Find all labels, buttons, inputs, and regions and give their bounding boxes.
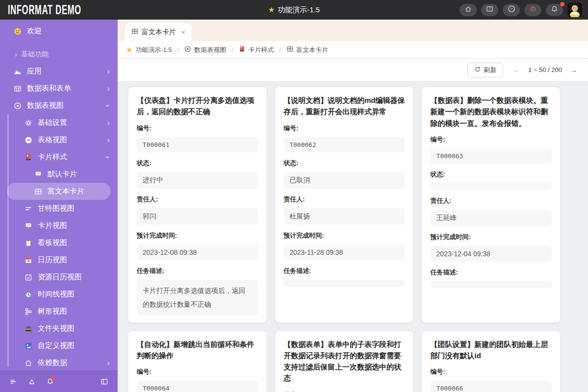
menu-lines-icon[interactable] (9, 378, 17, 386)
field-label-desc: 任务描述: (430, 268, 552, 277)
help-button[interactable]: ? (503, 4, 520, 16)
card-title: 【仪表盘】卡片打开分离多选值选项后，返回的数据不正确 (137, 95, 258, 118)
sidebar-item-richtext-card[interactable]: 富文本卡片 (7, 183, 111, 200)
task-card[interactable]: 【仪表盘】卡片打开分离多选值选项后，返回的数据不正确 编号: T000061 状… (128, 87, 267, 323)
cards-scroll-area[interactable]: 【仪表盘】卡片打开分离多选值选项后，返回的数据不正确 编号: T000061 状… (118, 81, 588, 392)
sidebar-item-label: 卡片样式 (38, 152, 67, 162)
grid-icon (34, 188, 42, 196)
field-label-id: 编号: (137, 368, 258, 376)
field-label-id: 编号: (137, 124, 258, 133)
workspace-title: ★ 功能演示-1.5 (268, 5, 319, 15)
field-label-due: 预计完成时间: (284, 231, 405, 240)
card-owner-value: 杜展扬 (284, 208, 405, 225)
sign-icon (24, 222, 32, 230)
sidebar-item-grid-view[interactable]: 表格视图 › (0, 131, 118, 148)
sidebar-item-label: 欢迎 (27, 26, 42, 36)
home-button[interactable] (460, 4, 477, 16)
sidebar-item-custom-view[interactable]: 自定义视图 (0, 337, 118, 354)
sidebar-item-basic-settings[interactable]: 基础设置 › (0, 114, 118, 131)
chevron-right-icon: › (15, 50, 17, 58)
footer-bell-icon[interactable] (47, 378, 54, 385)
sidebar-item-welcome[interactable]: 欢迎 (0, 23, 118, 40)
close-icon[interactable]: × (181, 28, 185, 36)
sidebar-group-basics[interactable]: › 基础功能 (0, 46, 118, 63)
calendar-check-icon (24, 273, 32, 281)
card-id-value: T000064 (137, 381, 258, 392)
sidebar-item-label: 应用 (27, 67, 42, 76)
breadcrumb-item-card-styles[interactable]: 卡片样式 (239, 46, 274, 54)
field-label-status: 状态: (137, 159, 258, 168)
triangle-icon[interactable] (28, 378, 36, 386)
star-icon: ★ (126, 46, 132, 54)
breadcrumb-item-richtext-card[interactable]: 富文本卡片 (287, 46, 328, 54)
tab-richtext-card[interactable]: 富文本卡片 × (125, 23, 192, 41)
sidebar-item-apps[interactable]: 应用 › (0, 63, 118, 80)
grid-icon (287, 46, 294, 54)
sidebar-item-calendar-view[interactable]: 17 日历视图 (0, 251, 118, 269)
svg-text:?: ? (510, 7, 513, 11)
sidebar-item-timeline-view[interactable]: 时间线视图 (0, 286, 118, 303)
refresh-button[interactable]: 刷新 (467, 63, 503, 77)
field-label-due: 预计完成时间: (430, 233, 552, 242)
next-page-arrow-icon[interactable]: → (570, 66, 577, 74)
field-label-status: 状态: (430, 170, 552, 179)
task-card[interactable]: 【数据表】删除一个数据表模块。重新建一个新的数据表模块标识符和删除的模块一直。发… (421, 87, 561, 323)
sidebar-item-table-views[interactable]: 数据表视图 › (0, 97, 118, 114)
svg-text:17: 17 (26, 260, 29, 263)
sidebar-item-label: 数据表和表单 (27, 84, 71, 93)
sidebar-footer (0, 370, 118, 392)
feedback-button[interactable]: ? (481, 4, 498, 16)
sidebar-item-dependent-data[interactable]: 依赖数据 › (0, 354, 118, 370)
sidebar-item-label: 富文本卡片 (48, 187, 84, 196)
card-due-value: 2023-11-28 09:38 (284, 245, 405, 260)
red-card-icon (24, 153, 32, 161)
card-desc-value: 卡片打开分离多选值选项后，返回的数据统计数量不正确 (137, 280, 258, 315)
field-label-status: 状态: (284, 159, 405, 168)
main-area: 富文本卡片 × ★ 功能演示-1.5 / 数据表视图 / 卡片样式 / 富文本卡… (118, 20, 588, 392)
sidebar-item-label: 树形视图 (38, 307, 67, 316)
assistant-button[interactable] (524, 4, 541, 16)
field-label-owner: 责任人: (137, 195, 258, 204)
card-title: 【自动化】新增跳出当前循环和条件判断的操作 (137, 339, 258, 362)
breadcrumb-item-table-views[interactable]: 数据表视图 (184, 46, 226, 54)
chevron-right-icon: › (107, 84, 110, 93)
sidebar-item-kanban-view[interactable]: 看板视图 (0, 234, 118, 251)
submenu-guide-line (7, 114, 9, 367)
task-card[interactable]: 【团队设置】新建的团队初始最上层部门没有默认id 编号: T000066 状态:… (421, 331, 561, 392)
sidebar-item-tables-forms[interactable]: 数据表和表单 › (0, 80, 118, 97)
card-title: 【团队设置】新建的团队初始最上层部门没有默认id (430, 339, 552, 362)
sidebar-item-default-card[interactable]: 默认卡片 (0, 166, 118, 183)
pagination: ← 1 ~ 50 / 200 → (513, 66, 577, 74)
sidebar-group-label: 基础功能 (21, 50, 49, 59)
sidebar-item-label: 自定义视图 (38, 341, 74, 350)
sidebar-item-label: 日历视图 (38, 255, 67, 265)
task-card[interactable]: 【自动化】新增跳出当前循环和条件判断的操作 编号: T000064 状态: 责任… (128, 331, 267, 392)
sidebar-item-card-styles[interactable]: 卡片样式 › (0, 148, 118, 166)
card-id-value: T000062 (284, 137, 405, 152)
top-header: INFORMAT DEMO ★ 功能演示-1.5 ? ? (0, 0, 588, 20)
sidebar-item-gantt-view[interactable]: 甘特图视图 (0, 200, 118, 217)
card-desc-value (284, 280, 405, 287)
user-avatar[interactable] (567, 2, 582, 17)
collapse-panel-icon[interactable] (100, 378, 108, 386)
breadcrumb-separator: / (231, 46, 233, 53)
sidebar-item-resource-calendar-view[interactable]: 资源日历视图 (0, 269, 118, 286)
sidebar-item-label: 卡片视图 (38, 221, 67, 230)
task-card[interactable]: 【数据表单】表单中的子表字段和打开数据记录列表打开的数据弹窗需要支持过滤后保留上… (275, 331, 414, 392)
arrow-circle-icon (24, 136, 32, 144)
sidebar-item-card-view[interactable]: 卡片视图 (0, 217, 118, 234)
card-due-value: 2023-12-04 09:38 (430, 246, 552, 262)
prev-page-arrow-icon[interactable]: ← (513, 66, 520, 74)
field-label-id: 编号: (284, 391, 405, 392)
notifications-button[interactable] (546, 4, 563, 16)
breadcrumb-item-workspace[interactable]: ★ 功能演示-1.5 (126, 46, 172, 54)
header-actions: ? ? (460, 2, 582, 17)
task-card[interactable]: 【说明文档】说明文档的md编辑器保存后，重新打开会出现样式异常 编号: T000… (275, 87, 414, 323)
sidebar-item-label: 数据表视图 (27, 101, 64, 110)
card-title: 【数据表】删除一个数据表模块。重新建一个新的数据表模块标识符和删除的模块一直。发… (430, 95, 552, 129)
table-icon (13, 85, 22, 93)
sidebar-item-tree-view[interactable]: 树形视图 (0, 303, 118, 320)
sidebar-item-folder-view[interactable]: 文件夹视图 (0, 320, 118, 337)
help-icon: ? (508, 5, 515, 15)
app-logo: INFORMAT DEMO (8, 2, 81, 18)
